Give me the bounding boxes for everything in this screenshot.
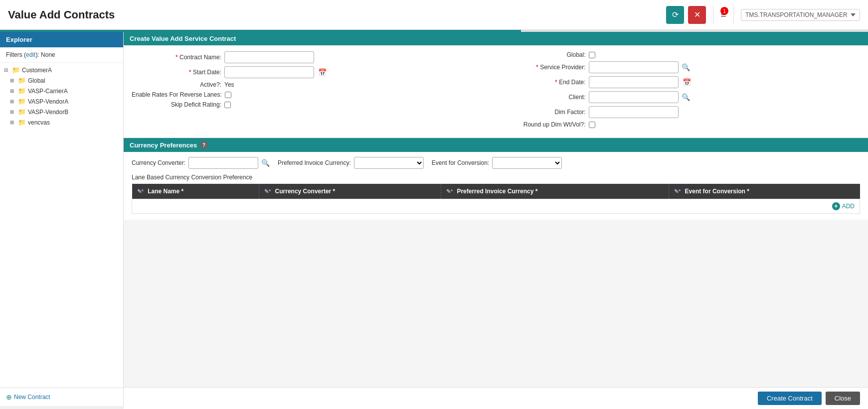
- tree-label-vasp-carrierA: VASP-CarrierA: [28, 88, 68, 95]
- round-up-checkbox[interactable]: [589, 122, 595, 128]
- skip-deficit-row: Skip Deficit Rating:: [132, 101, 496, 108]
- create-contract-button[interactable]: Create Contract: [758, 392, 822, 405]
- end-date-input[interactable]: [589, 76, 679, 88]
- menu-button[interactable]: ≡ 1: [720, 9, 726, 20]
- end-date-calendar-btn[interactable]: 📅: [682, 78, 692, 86]
- skip-deficit-checkbox[interactable]: [224, 102, 231, 108]
- search-icon-converter: 🔍: [261, 159, 270, 167]
- sidebar-filters: Filters (edit): None: [0, 47, 123, 63]
- lane-table: ✎* Lane Name * ✎* Currency Converter * ✎…: [132, 184, 860, 214]
- contract-name-label: * Contract Name:: [132, 54, 221, 61]
- close-footer-button[interactable]: Close: [826, 392, 860, 405]
- contract-section-title: Create Value Add Service Contract: [130, 35, 236, 42]
- round-up-label: Round up Dim Wt/Vol?:: [496, 121, 586, 128]
- calendar-icon-end: 📅: [683, 78, 691, 86]
- page-title: Value Add Contracts: [8, 8, 115, 21]
- sidebar: Explorer Filters (edit): None ⊟ 📁 Custom…: [0, 32, 124, 406]
- client-search-btn[interactable]: 🔍: [682, 93, 690, 101]
- form-col-left: * Contract Name: * Start Date:: [132, 51, 496, 131]
- sidebar-header: Explorer: [0, 32, 123, 47]
- active-label: Active?:: [132, 81, 221, 88]
- required-star-3: *: [536, 64, 540, 71]
- folder-icon-vasp-carrierA: 📁: [18, 87, 26, 95]
- event-conversion-select[interactable]: [492, 157, 562, 169]
- service-provider-label: * Service Provider:: [496, 64, 586, 71]
- contract-section-body: * Contract Name: * Start Date:: [124, 45, 868, 137]
- tree-toggle-global[interactable]: ⊞: [10, 78, 17, 83]
- search-icon-client: 🔍: [682, 93, 690, 101]
- th-edit-icon-2: ✎*: [264, 188, 271, 194]
- service-provider-row: * Service Provider: 🔍: [496, 61, 861, 73]
- required-star-2: *: [189, 69, 193, 76]
- refresh-button[interactable]: ⟳: [666, 6, 684, 24]
- contract-name-input[interactable]: [224, 51, 314, 63]
- sidebar-tree: ⊟ 📁 CustomerA ⊞ 📁 Global ⊞ 📁 VASP-Carrie…: [0, 63, 123, 388]
- currency-converter-search-btn[interactable]: 🔍: [261, 159, 270, 167]
- start-date-row: * Start Date: 📅: [132, 66, 496, 78]
- content-area: Create Value Add Service Contract * Cont…: [124, 32, 868, 406]
- main-layout: Explorer Filters (edit): None ⊟ 📁 Custom…: [0, 32, 868, 406]
- add-row-cell: + ADD: [132, 199, 860, 214]
- form-columns: * Contract Name: * Start Date:: [132, 51, 860, 131]
- tree-item-vencvas[interactable]: ⊞ 📁 vencvas: [0, 117, 123, 128]
- global-checkbox[interactable]: [589, 52, 595, 58]
- converter-label: Currency Converter:: [132, 159, 185, 166]
- contract-section-header: Create Value Add Service Contract: [124, 32, 868, 45]
- tree-toggle-vasp-carrierA[interactable]: ⊞: [10, 88, 17, 94]
- service-provider-input[interactable]: [589, 61, 679, 73]
- filters-label: Filters: [6, 51, 22, 58]
- contract-section: Create Value Add Service Contract * Cont…: [124, 32, 868, 137]
- th-edit-icon-3: ✎*: [446, 188, 453, 194]
- dim-factor-input[interactable]: [589, 106, 679, 118]
- th-lane-name-label: Lane Name *: [148, 188, 183, 195]
- th-edit-icon-1: ✎*: [137, 188, 144, 194]
- th-lane-name: ✎* Lane Name *: [132, 184, 259, 199]
- client-row: Client: 🔍: [496, 91, 861, 103]
- tree-label-vasp-vendorB: VASP-VendorB: [28, 109, 68, 116]
- enable-rates-checkbox[interactable]: [225, 92, 231, 98]
- add-label: ADD: [842, 203, 855, 210]
- converter-group: Currency Converter: 🔍: [132, 157, 270, 169]
- new-contract-link[interactable]: ⊕ New Contract: [6, 393, 117, 401]
- tree-toggle-vencvas[interactable]: ⊞: [10, 120, 17, 125]
- help-icon[interactable]: ?: [200, 141, 208, 149]
- add-row: + ADD: [132, 199, 860, 214]
- tree-item-global[interactable]: ⊞ 📁 Global: [0, 75, 123, 86]
- plus-icon: ⊕: [6, 393, 12, 401]
- required-star-4: *: [555, 79, 559, 86]
- lane-section: Lane Based Currency Conversion Preferenc…: [124, 174, 868, 220]
- start-date-calendar-btn[interactable]: 📅: [317, 68, 328, 76]
- end-date-row: * End Date: 📅: [496, 76, 861, 88]
- preferred-invoice-group: Preferred Invoice Currency:: [278, 157, 424, 169]
- close-header-button[interactable]: ✕: [688, 6, 706, 24]
- tree-item-vasp-carrierA[interactable]: ⊞ 📁 VASP-CarrierA: [0, 86, 123, 96]
- currency-section-title: Currency Preferences: [130, 141, 197, 149]
- tree-label-customerA: CustomerA: [22, 67, 52, 74]
- client-input[interactable]: [589, 91, 679, 103]
- tree-toggle-vasp-vendorB[interactable]: ⊞: [10, 109, 17, 115]
- service-provider-search-btn[interactable]: 🔍: [682, 63, 690, 71]
- preferred-invoice-select[interactable]: [354, 157, 424, 169]
- required-star-1: *: [175, 54, 179, 61]
- currency-converter-input[interactable]: [188, 157, 258, 169]
- enable-rates-label: Enable Rates For Reverse Lanes:: [132, 91, 222, 98]
- user-role-select[interactable]: TMS.TRANSPORTATION_MANAGER: [741, 9, 860, 21]
- tree-toggle-customerA[interactable]: ⊟: [4, 67, 11, 73]
- preferred-invoice-label: Preferred Invoice Currency:: [278, 159, 351, 166]
- tree-item-customerA[interactable]: ⊟ 📁 CustomerA: [0, 65, 123, 75]
- calendar-icon-start: 📅: [318, 68, 327, 76]
- tree-item-vasp-vendorB[interactable]: ⊞ 📁 VASP-VendorB: [0, 107, 123, 117]
- tree-toggle-vasp-vendorA[interactable]: ⊞: [10, 99, 17, 104]
- footer: Create Contract Close: [124, 387, 868, 406]
- end-date-label: * End Date:: [496, 79, 586, 86]
- event-conversion-group: Event for Conversion:: [432, 157, 562, 169]
- global-row: Global:: [496, 51, 861, 58]
- currency-section: Currency Preferences ? Currency Converte…: [124, 138, 868, 220]
- tree-label-vasp-vendorA: VASP-VendorA: [28, 98, 68, 105]
- add-row-btn[interactable]: + ADD: [832, 202, 855, 210]
- add-circle-icon: +: [832, 202, 840, 210]
- filters-edit-link[interactable]: edit: [26, 51, 35, 58]
- folder-icon-global: 📁: [18, 77, 26, 84]
- tree-item-vasp-vendorA[interactable]: ⊞ 📁 VASP-VendorA: [0, 96, 123, 107]
- start-date-input[interactable]: [224, 66, 314, 78]
